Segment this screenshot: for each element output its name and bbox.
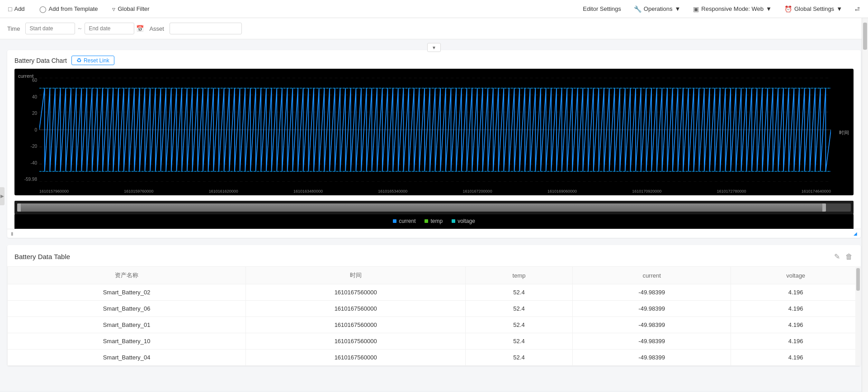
operations-label: Operations [644, 5, 673, 12]
chart-x-label: 时间 [839, 129, 849, 136]
table-widget-header: Battery Data Table ✎ 🗑 [7, 245, 861, 266]
cell-current: -49.98399 [572, 284, 731, 301]
table-right-scroll[interactable] [855, 266, 861, 366]
page-scrollbar[interactable] [862, 18, 868, 391]
chart-scrollbar[interactable] [14, 201, 854, 214]
table-delete-button[interactable]: 🗑 [844, 251, 854, 262]
right-resize-corner[interactable]: ◢ [854, 231, 857, 236]
cell-asset: Smart_Battery_02 [8, 284, 246, 301]
toolbar-right: Editor Settings 🔧 Operations ▼ ▣ Respons… [580, 4, 863, 14]
table-header-row: 资产名称 时间 temp current voltage [8, 267, 861, 284]
scrollbar-handle-left[interactable] [17, 203, 21, 212]
cell-time: 1610167560000 [246, 301, 466, 317]
fullscreen-button[interactable]: ⥄ [852, 4, 863, 14]
fullscreen-icon: ⥄ [855, 5, 860, 12]
cell-temp: 52.4 [466, 284, 573, 301]
cell-current: -49.98399 [572, 349, 731, 366]
clock-icon: ⏰ [784, 5, 792, 13]
left-resize-handle[interactable]: ▮ [11, 231, 14, 236]
x-tick-6: 1610167200000 [463, 189, 492, 194]
editor-settings-label: Editor Settings [583, 5, 621, 12]
main-content: ▼ Battery Data Chart ♻ Reset Link curren… [0, 39, 868, 391]
calendar-icon[interactable]: 📅 [136, 25, 144, 32]
date-range-group: ～ 📅 [25, 23, 144, 34]
y-tick-60: 60 [18, 78, 37, 83]
y-tick-40: 40 [18, 94, 37, 99]
chart-widget-header: Battery Data Chart ♻ Reset Link [7, 50, 861, 69]
editor-settings-button[interactable]: Editor Settings [580, 4, 624, 14]
cell-current: -49.98399 [572, 333, 731, 349]
table-row: Smart_Battery_02 1610167560000 52.4 -49.… [8, 284, 861, 301]
x-tick-10: 1610174640000 [802, 189, 831, 194]
y-tick-minus20: -20 [18, 144, 37, 149]
cell-asset: Smart_Battery_04 [8, 349, 246, 366]
cell-asset: Smart_Battery_10 [8, 333, 246, 349]
cell-current: -49.98399 [572, 317, 731, 333]
time-label: Time [7, 25, 20, 32]
global-filter-button[interactable]: ▿ Global Filter [109, 4, 152, 14]
add-button[interactable]: □ Add [5, 4, 28, 14]
legend-dot-temp [425, 219, 428, 223]
responsive-mode-button[interactable]: ▣ Responsive Mode: Web ▼ [690, 4, 774, 14]
legend-dot-voltage [452, 219, 455, 223]
table-row: Smart_Battery_01 1610167560000 52.4 -49.… [8, 317, 861, 333]
table-widget-title: Battery Data Table [14, 253, 70, 260]
scrollbar-thumb[interactable] [17, 203, 826, 212]
start-date-input[interactable] [25, 23, 75, 34]
legend-current-label: current [399, 218, 415, 224]
col-header-asset: 资产名称 [8, 267, 246, 284]
reset-link-label: Reset Link [84, 57, 109, 64]
y-tick-minus40: -40 [18, 161, 37, 165]
page-scrollbar-thumb [863, 23, 867, 50]
x-tick-1: 1610157960000 [39, 189, 69, 194]
table-body: Smart_Battery_02 1610167560000 52.4 -49.… [8, 284, 861, 366]
legend-current: current [393, 218, 415, 224]
col-header-time: 时间 [246, 267, 466, 284]
legend-voltage: voltage [452, 218, 475, 224]
table-scroll-area: 资产名称 时间 temp current voltage Smart_Batte… [7, 266, 861, 366]
asset-input[interactable] [170, 23, 242, 34]
operations-button[interactable]: 🔧 Operations ▼ [631, 4, 683, 14]
filter-icon: ▿ [112, 5, 115, 13]
operations-icon: 🔧 [634, 5, 642, 13]
reset-icon: ♻ [76, 57, 82, 64]
cell-asset: Smart_Battery_06 [8, 301, 246, 317]
table-row: Smart_Battery_04 1610167560000 52.4 -49.… [8, 349, 861, 366]
chart-widget: Battery Data Chart ♻ Reset Link current … [7, 50, 861, 238]
toolbar-left: □ Add ◯ Add from Template ▿ Global Filte… [5, 4, 152, 14]
cell-time: 1610167560000 [246, 284, 466, 301]
end-date-input[interactable] [85, 23, 134, 34]
x-tick-2: 1610159760000 [124, 189, 153, 194]
responsive-icon: ▣ [693, 5, 699, 13]
date-separator: ～ [77, 24, 83, 33]
y-tick-20: 20 [18, 111, 37, 116]
responsive-mode-label: Responsive Mode: Web [701, 5, 764, 12]
chart-legend: current temp voltage [14, 214, 854, 229]
add-template-button[interactable]: ◯ Add from Template [37, 4, 101, 14]
table-edit-button[interactable]: ✎ [833, 251, 841, 262]
reset-link-button[interactable]: ♻ Reset Link [71, 56, 114, 65]
table-scroll-thumb [856, 268, 860, 291]
global-settings-button[interactable]: ⏰ Global Settings ▼ [782, 4, 845, 14]
cell-temp: 52.4 [466, 349, 573, 366]
x-tick-4: 1610163480000 [293, 189, 323, 194]
table-widget: Battery Data Table ✎ 🗑 资产名称 时间 temp curr… [7, 245, 861, 366]
legend-dot-current [393, 219, 396, 223]
collapse-icon: ▼ [432, 45, 436, 50]
cell-voltage: 4.196 [731, 333, 861, 349]
responsive-chevron-icon: ▼ [766, 5, 772, 12]
table-actions: ✎ 🗑 [833, 251, 854, 262]
asset-label: Asset [149, 25, 164, 32]
col-header-voltage: voltage [731, 267, 861, 284]
left-handle-icon: ▶ [0, 194, 4, 198]
top-toolbar: □ Add ◯ Add from Template ▿ Global Filte… [0, 0, 868, 18]
template-icon: ◯ [39, 5, 47, 13]
scrollbar-handle-right[interactable] [822, 203, 826, 212]
x-tick-7: 1610169060000 [547, 189, 577, 194]
add-template-label: Add from Template [49, 5, 98, 12]
cell-voltage: 4.196 [731, 349, 861, 366]
left-panel-handle[interactable]: ▶ [0, 187, 5, 205]
collapse-button[interactable]: ▼ [427, 43, 441, 52]
cell-time: 1610167560000 [246, 349, 466, 366]
col-header-current: current [572, 267, 731, 284]
